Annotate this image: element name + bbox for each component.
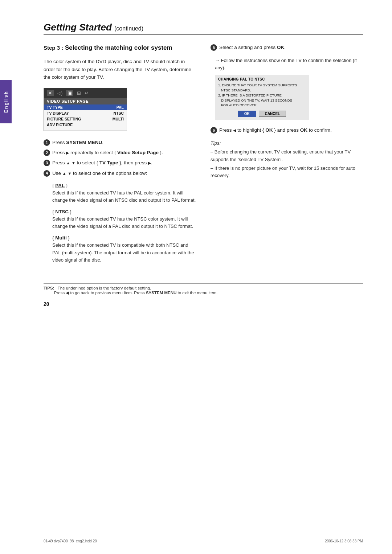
arrow-up-icon-4: [62, 171, 66, 176]
step-num-1: 1: [44, 139, 50, 146]
arrow-down-icon-4: [68, 171, 72, 176]
option-ntsc-desc: Select this if the connected TV has the …: [52, 216, 196, 230]
menu-icon-arrow: ↵: [85, 90, 89, 96]
left-column: Step 3 : Selecting the matching color sy…: [44, 44, 196, 269]
dialog-cancel-button[interactable]: CANCEL: [259, 111, 286, 117]
dialog-title: CHANGING PAL TO NTSC: [218, 77, 306, 81]
dialog-body: 1. ENSURE THAT YOUR TV SYSTEM SUPPORTS N…: [218, 83, 306, 108]
step-6-content: Press to highlight { OK } and press OK t…: [219, 127, 363, 134]
step6-list: 6 Press to highlight { OK } and press OK…: [211, 127, 363, 134]
arrow-left-icon-6: [233, 127, 236, 133]
bottom-tips-underline: underlined option: [66, 286, 98, 290]
tv-menu-header: VIDEO SETUP PAGE: [44, 98, 127, 104]
step-heading: Step 3 : Selecting the matching color sy…: [44, 44, 196, 52]
step-num-6: 6: [211, 127, 217, 134]
option-pal: { PAL } Select this if the connected TV …: [52, 183, 196, 204]
side-tab-label: English: [3, 91, 9, 113]
tv-menu-row-tvdisplay: TV DISPLAY NTSC: [44, 110, 127, 116]
step-num-5: 5: [211, 44, 217, 51]
step-title: Step 3 : Selecting the matching color sy…: [44, 44, 196, 52]
step-2-content: Press repeatedly to select { Video Setup…: [52, 149, 196, 156]
step-4: 4 Use to select one of the options below…: [44, 170, 196, 177]
menu-icon-sound: ◁): [57, 90, 62, 96]
footer-left: 01-49 dvp7400_98_eng2.indd 20: [44, 539, 97, 543]
tv-menu-row-picture: PICTURE SETTING MULTI: [44, 116, 127, 122]
tip-2: – If there is no proper picture on your …: [211, 165, 363, 179]
right-column: 5 Select a setting and press OK. → Follo…: [211, 44, 363, 269]
tv-menu-mockup: ✕ ◁) ▣ ⊞ ↵ VIDEO SETUP PAGE TV TYPE PAL …: [44, 88, 127, 131]
step-num-3: 3: [44, 160, 50, 166]
step-2: 2 Press repeatedly to select { Video Set…: [44, 149, 196, 156]
page-container: English Getting Started (continued) Step…: [0, 0, 392, 554]
option-ntsc-title: { NTSC }: [52, 209, 196, 214]
arrow-up-icon-3: [66, 160, 70, 165]
step-5-sub: → Follow the instructions show on the TV…: [215, 57, 363, 71]
step-5: 5 Select a setting and press OK.: [211, 44, 363, 51]
bottom-tips-bar: TIPS: The underlined option is the facto…: [44, 283, 363, 295]
option-pal-name: PAL: [55, 183, 65, 188]
step-3: 3 Press to select { TV Type }, then pres…: [44, 159, 196, 167]
side-tab: English: [0, 80, 12, 123]
menu-icon-x: ✕: [47, 90, 54, 96]
arrow-right-icon-3: [148, 160, 151, 165]
option-multi: { Multi } Select this if the connected T…: [52, 235, 196, 263]
steps-list: 1 Press SYSTEM MENU. 2 Press repeatedly …: [44, 139, 196, 177]
two-column-layout: Step 3 : Selecting the matching color sy…: [44, 44, 363, 269]
page-title: Getting Started (continued): [44, 22, 363, 33]
dialog-box: CHANGING PAL TO NTSC 1. ENSURE THAT YOUR…: [215, 75, 309, 120]
tips-block: Tips: – Before changing the current TV c…: [211, 140, 363, 179]
option-multi-name: Multi: [55, 235, 67, 241]
option-ntsc-name: NTSC: [55, 209, 69, 214]
step-num-2: 2: [44, 149, 50, 156]
footer-info: 01-49 dvp7400_98_eng2.indd 20 2006-10-12…: [44, 539, 363, 543]
continued-label: (continued): [114, 25, 143, 32]
step-1-content: Press SYSTEM MENU.: [52, 139, 196, 146]
tip-1: – Before changing the current TV color s…: [211, 148, 363, 163]
step5-list: 5 Select a setting and press OK.: [211, 44, 363, 51]
dialog-buttons: OK CANCEL: [218, 111, 306, 117]
intro-text: The color system of the DVD player, disc…: [44, 58, 196, 81]
tv-menu-icons: ✕ ◁) ▣ ⊞ ↵: [44, 88, 127, 98]
step-3-content: Press to select { TV Type }, then press …: [52, 159, 196, 167]
option-ntsc: { NTSC } Select this if the connected TV…: [52, 209, 196, 230]
bottom-tips-label: TIPS:: [44, 286, 54, 290]
step-5-block: 5 Select a setting and press OK. → Follo…: [211, 44, 363, 120]
tips-label: Tips:: [211, 140, 363, 147]
dialog-ok-button[interactable]: OK: [238, 111, 256, 117]
menu-icon-video: ▣: [66, 90, 73, 96]
tv-menu-row-tvtype: TV TYPE PAL: [44, 104, 127, 110]
arrow-down-icon-3: [72, 160, 75, 165]
footer-right: 2006-10-12 3:08:33 PM: [325, 539, 363, 543]
page-header: Getting Started (continued): [44, 22, 363, 35]
option-pal-title: { PAL }: [52, 183, 196, 188]
menu-icon-grid: ⊞: [77, 90, 81, 96]
tv-menu-row-adv: ADV PICTURE: [44, 122, 127, 128]
step-num-4: 4: [44, 170, 50, 177]
step-6-block: 6 Press to highlight { OK } and press OK…: [211, 127, 363, 134]
option-pal-desc: Select this if the connected TV has the …: [52, 189, 196, 204]
page-number: 20: [44, 301, 363, 307]
arrow-right-icon: [66, 150, 69, 155]
step-4-content: Use to select one of the options below:: [52, 170, 196, 177]
step-6: 6 Press to highlight { OK } and press OK…: [211, 127, 363, 134]
step-5-content: Select a setting and press OK.: [219, 44, 363, 51]
option-multi-title: { Multi }: [52, 235, 196, 241]
bottom-tips-system-menu: SYSTEM MENU: [146, 291, 176, 295]
options-section: { PAL } Select this if the connected TV …: [52, 183, 196, 264]
step-1: 1 Press SYSTEM MENU.: [44, 139, 196, 146]
option-multi-desc: Select this if the connected TV is compa…: [52, 242, 196, 263]
